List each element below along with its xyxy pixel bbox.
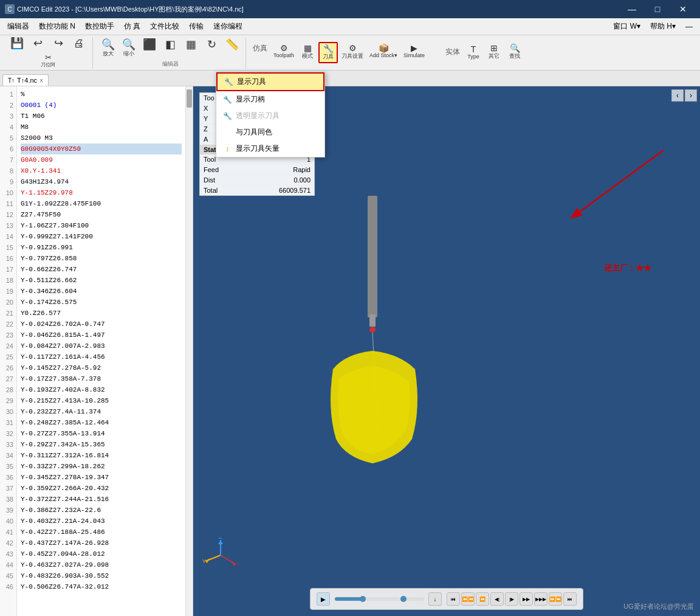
code-line[interactable]: Y-0.463Z27.027A-29.098 bbox=[21, 559, 182, 570]
btn-fwd-fast[interactable]: ⏩⏩ bbox=[549, 592, 562, 606]
btn-frame-back[interactable]: ◀| bbox=[490, 592, 504, 606]
toolbar-btn-add-stock[interactable]: 📦 Add Stock▾ bbox=[367, 42, 400, 63]
toolbar-btn-rotate[interactable]: ↻ bbox=[202, 37, 221, 60]
progress-thumb-start[interactable] bbox=[360, 596, 366, 602]
code-line[interactable]: Y-0.345Z27.278A-19.347 bbox=[21, 472, 182, 483]
btn-step-fwd[interactable]: ▶▶ bbox=[520, 592, 533, 606]
toolbar-btn-view1[interactable]: ⬛ bbox=[140, 37, 159, 60]
code-line[interactable]: Y-0.145Z27.278A-5.92 bbox=[21, 362, 182, 373]
menu-editor[interactable]: 编辑器 bbox=[2, 19, 34, 34]
dropdown-item-same-color[interactable]: 与刀具同色 bbox=[216, 124, 324, 140]
btn-skip-start[interactable]: ⏮ bbox=[447, 592, 460, 606]
code-line[interactable]: Y-0.248Z27.385A-12.464 bbox=[21, 417, 182, 428]
code-line[interactable]: Y-0.232Z27.4A-11.374 bbox=[21, 406, 182, 417]
progress-thumb-end[interactable] bbox=[400, 596, 407, 602]
code-line[interactable]: Y-0.91Z26.991 bbox=[21, 242, 182, 253]
toolbar-btn-redo[interactable]: ↪ bbox=[49, 36, 68, 50]
code-line[interactable]: Y-0.174Z26.575 bbox=[21, 297, 182, 308]
code-line[interactable]: G43H1Z34.974 bbox=[21, 176, 182, 187]
dropdown-item-show-vector[interactable]: ↕ 显示刀具矢量 bbox=[216, 140, 324, 157]
btn-step-fwd2[interactable]: ▶▶▶ bbox=[534, 592, 547, 606]
nav-left-button[interactable]: ‹ bbox=[671, 89, 684, 102]
toolbar-btn-view3[interactable]: ▦ bbox=[181, 37, 201, 60]
code-line[interactable]: Y-0.346Z26.604 bbox=[21, 286, 182, 297]
nav-arrows[interactable]: ‹ › bbox=[671, 89, 697, 102]
code-line[interactable]: Y-0.403Z27.21A-24.043 bbox=[21, 516, 182, 527]
code-line[interactable]: Y-0.506Z26.747A-32.012 bbox=[21, 581, 182, 592]
scrollbar[interactable] bbox=[185, 86, 193, 616]
play-button[interactable]: ▶ bbox=[317, 592, 330, 606]
code-line[interactable]: M8 bbox=[21, 122, 182, 133]
dropdown-item-show-holder[interactable]: 🔧 显示刀柄 bbox=[216, 91, 324, 108]
maximize-button[interactable]: □ bbox=[645, 0, 670, 18]
code-line[interactable]: O0001 (4) bbox=[21, 100, 182, 111]
play-down-button[interactable]: ↓ bbox=[428, 592, 442, 606]
code-line[interactable]: T1 M06 bbox=[21, 111, 182, 122]
titlebar-controls[interactable]: — □ ✕ bbox=[620, 0, 695, 18]
toolbar-btn-cutpos[interactable]: ✂ 刀位阿 bbox=[38, 52, 58, 70]
toolbar-btn-toolpath[interactable]: ⚙ Toolpath bbox=[271, 42, 297, 63]
code-line[interactable]: Y-0.662Z26.747 bbox=[21, 264, 182, 275]
toolbar-btn-save[interactable]: 💾 bbox=[7, 36, 27, 50]
toolbar-btn-zoom-in[interactable]: 🔍 放大 bbox=[98, 37, 118, 60]
toolbar-btn-tool-settings[interactable]: ⚙ 刀具设置 bbox=[339, 42, 366, 63]
menu-transfer[interactable]: 传输 bbox=[184, 19, 208, 34]
toolbar-btn-simulate[interactable]: ▶ Simulate bbox=[401, 42, 427, 63]
toolbar-btn-view2[interactable]: ◧ bbox=[160, 37, 180, 60]
minimize-button[interactable]: — bbox=[620, 0, 644, 18]
close-button[interactable]: ✕ bbox=[671, 0, 695, 18]
code-line[interactable]: Z27.475F50 bbox=[21, 209, 182, 220]
code-line[interactable]: Y-0.311Z27.312A-16.814 bbox=[21, 450, 182, 461]
code-line[interactable]: Y-0.386Z27.232A-22.6 bbox=[21, 505, 182, 516]
code-line[interactable]: Y-0.999Z27.141F200 bbox=[21, 231, 182, 242]
tab-4nc[interactable]: T↑ T↑4.nc × bbox=[2, 74, 49, 86]
viewport[interactable]: ‹ › Too ▸ m X Y Z 50.000 A 0.000 bbox=[193, 86, 700, 616]
code-line[interactable]: Y-0.33Z27.299A-18.262 bbox=[21, 461, 182, 472]
btn-step-back2[interactable]: ⏪⏪ bbox=[461, 592, 475, 606]
code-line[interactable]: G1Y-1.092Z28.475F100 bbox=[21, 198, 182, 209]
code-line[interactable]: Y-1.15Z29.978 bbox=[21, 187, 182, 198]
code-line[interactable]: Y-0.117Z27.161A-4.456 bbox=[21, 351, 182, 362]
toolbar-btn-find[interactable]: 🔍 查找 bbox=[505, 42, 524, 62]
menu-cnc-helper[interactable]: 数控助手 bbox=[80, 19, 119, 34]
menu-compare[interactable]: 文件比较 bbox=[145, 19, 184, 34]
code-lines[interactable]: %O0001 (4)T1 M06M8S2000 M3G0G90G54X0Y0Z5… bbox=[17, 86, 185, 616]
code-line[interactable]: S2000 M3 bbox=[21, 133, 182, 144]
code-line[interactable]: Y0.Z26.577 bbox=[21, 308, 182, 319]
menu-window[interactable]: 窗口 W▾ bbox=[608, 19, 645, 34]
toolbar-btn-print[interactable]: 🖨 bbox=[69, 36, 89, 50]
code-line[interactable]: Y-0.29Z27.342A-15.365 bbox=[21, 439, 182, 450]
menu-simulate[interactable]: 仿 真 bbox=[119, 19, 145, 34]
menu-help[interactable]: 帮助 H▾ bbox=[645, 19, 681, 34]
code-line[interactable]: Y-0.437Z27.147A-26.928 bbox=[21, 538, 182, 549]
dropdown-item-show-tool[interactable]: 🔧 显示刀具 bbox=[216, 72, 324, 91]
code-line[interactable]: Y-0.084Z27.007A-2.983 bbox=[21, 341, 182, 351]
toolbar-btn-undo[interactable]: ↩ bbox=[28, 36, 47, 50]
code-line[interactable]: X0.Y-1.341 bbox=[21, 165, 182, 176]
code-line[interactable]: % bbox=[21, 89, 182, 100]
code-line[interactable]: Y-0.359Z27.266A-20.432 bbox=[21, 483, 182, 494]
code-line[interactable]: Y-0.024Z26.702A-0.747 bbox=[21, 319, 182, 330]
toolbar-btn-zoom-out[interactable]: 🔍 缩小 bbox=[119, 37, 139, 60]
code-line[interactable]: Y-0.27Z27.355A-13.914 bbox=[21, 428, 182, 439]
code-line[interactable]: Y-0.511Z26.662 bbox=[21, 275, 182, 286]
toolbar-btn-mode[interactable]: ▦ 模式 bbox=[298, 42, 317, 63]
menu-cnc[interactable]: 数控功能 N bbox=[34, 19, 80, 34]
code-line[interactable]: Y-0.17Z27.358A-7.378 bbox=[21, 373, 182, 384]
toolbar-btn-ruler[interactable]: 📏 bbox=[222, 37, 242, 60]
code-line[interactable]: Y-0.193Z27.402A-8.832 bbox=[21, 384, 182, 395]
menu-mini-editor[interactable]: 迷你编程 bbox=[208, 19, 247, 34]
btn-frame-fwd[interactable]: |▶ bbox=[505, 592, 518, 606]
code-line[interactable]: Y-1.06Z27.304F100 bbox=[21, 220, 182, 231]
code-line[interactable]: Y-0.372Z27.244A-21.516 bbox=[21, 494, 182, 505]
progress-bar[interactable] bbox=[335, 597, 424, 601]
code-line[interactable]: Y-0.215Z27.413A-10.285 bbox=[21, 395, 182, 406]
btn-skip-end[interactable]: ⏭ bbox=[563, 592, 577, 606]
toolbar-btn-tool[interactable]: 🔧 刀具 bbox=[318, 42, 338, 63]
code-line[interactable]: G0G90G54X0Y0Z50 bbox=[21, 144, 182, 154]
code-line[interactable]: Y-0.046Z26.815A-1.497 bbox=[21, 330, 182, 341]
btn-step-back[interactable]: ⏪ bbox=[476, 592, 489, 606]
nav-right-button[interactable]: › bbox=[685, 89, 697, 102]
code-line[interactable]: Y-0.483Z26.903A-30.552 bbox=[21, 570, 182, 581]
toolbar-btn-type[interactable]: T Type bbox=[464, 43, 483, 61]
